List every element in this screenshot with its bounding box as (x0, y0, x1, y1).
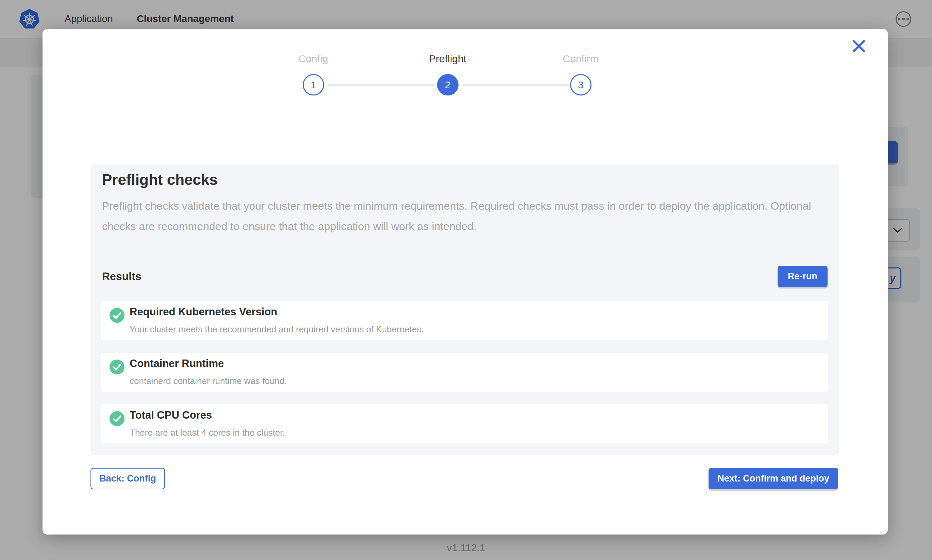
check-description: Your cluster meets the recommended and r… (130, 324, 424, 335)
check-description: containerd container runtime was found. (130, 376, 287, 386)
preflight-panel: Preflight checks Preflight checks valida… (91, 165, 839, 455)
check-row-total-cpu-cores: Total CPU Cores There are at least 4 cor… (101, 405, 828, 443)
modal-description: Preflight checks validate that your clus… (102, 196, 813, 237)
next-button[interactable]: Next: Confirm and deploy (708, 468, 838, 489)
step-label: Config (276, 53, 351, 65)
check-results-list: Required Kubernetes Version Your cluster… (101, 301, 828, 443)
check-description: There are at least 4 cores in the cluste… (130, 428, 285, 438)
check-title: Container Runtime (130, 357, 224, 370)
check-row-kubernetes-version: Required Kubernetes Version Your cluster… (101, 301, 828, 340)
step-config: Config 1 (276, 53, 351, 95)
modal-title: Preflight checks (102, 171, 218, 188)
check-title: Required Kubernetes Version (130, 306, 277, 318)
check-title: Total CPU Cores (130, 409, 212, 422)
results-row: Results Re-run (102, 265, 827, 288)
step-circle: 1 (303, 74, 324, 95)
modal-close-button[interactable] (851, 38, 867, 54)
check-pass-icon (110, 360, 125, 374)
step-label: Preflight (410, 53, 485, 65)
step-confirm: Confirm 3 (543, 53, 618, 95)
back-button[interactable]: Back: Config (91, 468, 165, 489)
step-circle: 3 (570, 74, 591, 95)
step-preflight: Preflight 2 (410, 53, 485, 95)
check-pass-icon (110, 411, 125, 426)
step-circle: 2 (437, 74, 458, 95)
check-pass-icon (110, 308, 125, 323)
check-row-container-runtime: Container Runtime containerd container r… (101, 353, 828, 392)
rerun-button[interactable]: Re-run (778, 266, 827, 287)
screen: Application Cluster Management 0 y v1.11… (0, 0, 932, 560)
results-heading: Results (102, 270, 142, 283)
close-icon (851, 38, 867, 54)
preflight-modal: Config 1 Preflight 2 Confirm 3 Preflight… (43, 29, 888, 534)
step-label: Confirm (543, 53, 618, 65)
